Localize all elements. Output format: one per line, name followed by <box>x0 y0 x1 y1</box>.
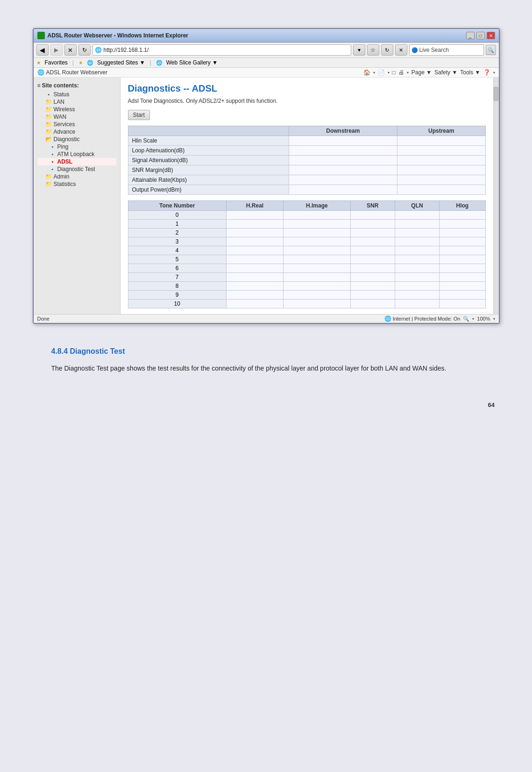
web-slice-label[interactable]: Web Slice Gallery ▼ <box>166 59 218 66</box>
page-menu[interactable]: Page ▼ <box>411 69 432 76</box>
scrollbar[interactable] <box>493 78 499 314</box>
table-row: 8 <box>128 282 485 291</box>
metric-downstream <box>289 136 397 146</box>
ie-page-title: ADSL Router Webserver <box>46 69 107 76</box>
safety-menu[interactable]: Safety ▼ <box>434 69 457 76</box>
nav-stop2[interactable]: ✕ <box>395 44 407 56</box>
diag-test-icon: ▪ <box>50 166 56 172</box>
favorites-label[interactable]: Favorites <box>45 59 68 66</box>
sidebar-item-statistics[interactable]: 📁 Statistics <box>37 180 116 188</box>
sidebar-item-diag-test-label: Diagnostic Test <box>57 166 95 172</box>
page-number: 64 <box>19 401 513 408</box>
sidebar-header-icon: ≡ <box>37 82 41 89</box>
sidebar-item-services-label: Services <box>54 121 75 128</box>
tools-icon1: 🏠 <box>363 69 370 76</box>
metric-label: Attainable Rate(Kbps) <box>128 175 289 185</box>
metric-label: Signal Attenuation(dB) <box>128 156 289 165</box>
atm-icon: ▪ <box>50 151 56 157</box>
metric-upstream <box>397 185 485 195</box>
close-button[interactable]: ✕ <box>487 32 495 39</box>
metric-upstream <box>397 146 485 156</box>
tone-header-qln: QLN <box>395 201 439 211</box>
suggested-icon: ★ <box>78 60 83 66</box>
metric-downstream <box>289 165 397 175</box>
status-right: 🌐 Internet | Protected Mode: On 🔍 ▾ 100%… <box>384 315 495 322</box>
sidebar-item-diagnostic[interactable]: 📂 Diagnostic <box>37 136 116 143</box>
search-go-button[interactable]: 🔍 <box>486 45 496 55</box>
page-header-bar: 🌐 ADSL Router Webserver 🏠 ▾ 📄 ▾ □ 🖨 ▾ Pa… <box>34 68 499 78</box>
tone-header-hreal: H.Real <box>226 201 283 211</box>
start-button[interactable]: Start <box>128 110 150 120</box>
tone-table: Tone Number H.Real H.Image SNR QLN Hlog … <box>128 200 486 308</box>
table-row: Hlin Scale <box>128 136 485 146</box>
metric-downstream <box>289 156 397 165</box>
nav-arrow-down[interactable]: ▾ <box>353 44 365 56</box>
sidebar-item-wireless[interactable]: 📁 Wireless <box>37 106 116 113</box>
admin-icon: 📁 <box>46 173 52 180</box>
address-text: http://192.168.1.1/ <box>104 47 149 53</box>
tools-menu[interactable]: Tools ▼ <box>460 69 480 76</box>
browser-title: ADSL Router Webserver - Windows Internet… <box>48 32 189 39</box>
favorites-icon: ★ <box>36 60 41 66</box>
statistics-icon: 📁 <box>46 181 52 187</box>
live-search-icon: 🔵 <box>411 47 418 53</box>
table-row: SNR Margin(dB) <box>128 165 485 175</box>
refresh-button[interactable]: ↻ <box>78 44 91 56</box>
below-browser-section: 4.8.4 Diagnostic Test The Diagnostic Tes… <box>33 333 500 383</box>
search-box[interactable]: 🔵 Live Search <box>409 44 484 56</box>
sidebar-item-admin[interactable]: 📁 Admin <box>37 173 116 180</box>
sidebar-item-services[interactable]: 📁 Services <box>37 121 116 128</box>
zoom-level[interactable]: 100% <box>477 316 490 322</box>
wan-icon: 📁 <box>46 114 52 120</box>
suggested-sites-label[interactable]: Suggested Sites ▼ <box>97 59 145 66</box>
tools-icon3: □ <box>392 69 396 76</box>
tools-icon4: 🖨 <box>398 69 404 76</box>
maximize-button[interactable]: □ <box>476 32 485 39</box>
stop-button[interactable]: ✕ <box>64 44 77 56</box>
main-panel: Diagnostics -- ADSL Adsl Tone Diagnostic… <box>120 78 493 314</box>
metrics-header-downstream: Downstream <box>289 126 397 136</box>
sidebar-item-lan-label: LAN <box>54 99 64 105</box>
page-menu-label: Page ▼ <box>411 69 432 76</box>
sidebar-item-atm-loopback[interactable]: ▪ ATM Loopback <box>37 150 116 158</box>
sidebar-item-adsl[interactable]: ▪ ADSL <box>37 158 116 165</box>
status-icon: ▪ <box>46 91 52 98</box>
back-button[interactable]: ◀ <box>36 44 49 56</box>
help-icon[interactable]: ❓ <box>483 69 490 76</box>
zoom-icon: 🔍 <box>463 316 469 322</box>
table-row: Output Power(dBm) <box>128 185 485 195</box>
search-label: Live Search <box>419 47 449 53</box>
web-slice-icon: 🌐 <box>156 60 163 66</box>
table-row: Signal Attenuation(dB) <box>128 156 485 165</box>
table-row: 1 <box>128 220 485 229</box>
metric-upstream <box>397 175 485 185</box>
scroll-thumb[interactable] <box>494 87 498 101</box>
address-bar[interactable]: 🌐 http://192.168.1.1/ <box>92 44 351 56</box>
sidebar-header: ≡ Site contents: <box>37 82 116 89</box>
table-row: 10 <box>128 300 485 308</box>
diagnostics-title: Diagnostics -- ADSL <box>128 83 486 94</box>
sidebar-item-diagnostic-test[interactable]: ▪ Diagnostic Test <box>37 165 116 173</box>
nav-refresh2[interactable]: ↻ <box>381 44 393 56</box>
metrics-header-upstream: Upstream <box>397 126 485 136</box>
services-icon: 📁 <box>46 121 52 128</box>
wireless-icon: 📁 <box>46 106 52 113</box>
nav-right: ▾ ☆ ↻ ✕ <box>353 44 407 56</box>
sidebar-item-advance[interactable]: 📁 Advance <box>37 128 116 136</box>
minimize-button[interactable]: _ <box>466 32 475 39</box>
adsl-icon: ▪ <box>50 158 56 165</box>
table-row: 5 <box>128 255 485 264</box>
sidebar-item-atm-label: ATM Loopback <box>57 151 95 157</box>
sidebar-item-lan[interactable]: 📁 LAN <box>37 98 116 106</box>
sidebar-item-ping[interactable]: ▪ Ping <box>37 143 116 150</box>
bookmark-button[interactable]: ☆ <box>367 44 379 56</box>
forward-button[interactable]: ▶ <box>50 44 63 56</box>
sidebar-item-statistics-label: Statistics <box>54 181 76 187</box>
status-left: Done <box>37 316 50 322</box>
sidebar-item-wan[interactable]: 📁 WAN <box>37 113 116 121</box>
table-row: 2 <box>128 229 485 237</box>
sidebar-item-wan-label: WAN <box>54 114 67 120</box>
sidebar-item-ping-label: Ping <box>57 143 69 150</box>
metric-label: Loop Attenuation(dB) <box>128 146 289 156</box>
sidebar-item-status[interactable]: ▪ Status <box>37 91 116 98</box>
